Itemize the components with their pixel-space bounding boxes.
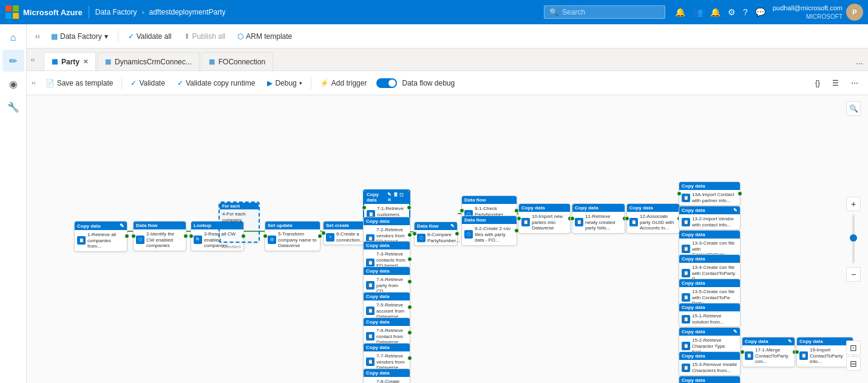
notifications-icon[interactable]: 🔔 [675, 7, 685, 17]
tab-party[interactable]: ▦ Party ✕ [44, 52, 96, 70]
validate-copy-btn[interactable]: ✓ Validate copy runtime [172, 76, 260, 90]
node-n18-text: 9-2-Create 2 csv files with party data -… [475, 226, 514, 243]
node-n29-header: Copy data [679, 352, 740, 360]
node-n19-header: Copy data [519, 204, 570, 212]
fit-selected-btn[interactable]: ⊟ [846, 356, 861, 371]
node-n22[interactable]: Copy data 📋 13A-Import Contact with part… [679, 181, 741, 206]
toolbar-collapse-btn[interactable]: ‹‹ [32, 30, 44, 42]
node-n22-right-connector [737, 191, 742, 196]
feedback-icon[interactable]: 💬 [755, 7, 765, 17]
more-options-btn[interactable]: ⋯ [846, 76, 863, 90]
node-n23[interactable]: Copy data ✎ 📋 13-2-Import Vendor with co… [679, 206, 741, 230]
data-flow-debug-toggle[interactable] [376, 78, 397, 88]
node-n4-header: For each [220, 203, 259, 209]
node-n1-body: 📋 1-Retrieve all companies from... [75, 230, 127, 251]
fit-all-btn[interactable]: ⊡ [846, 341, 861, 355]
node-n14-body: 📋 7-8-Create Mapi vocabulary to help map… [364, 377, 410, 383]
node-n14-text: 7-8-Create Mapi vocabulary to help map p… [376, 379, 407, 383]
tabs-more-btn[interactable]: ⋯ [856, 59, 863, 68]
node-n13-header: Copy data [364, 344, 410, 351]
node-n34-icon: 📋 [745, 351, 753, 360]
tabs-row: ‹‹ ▦ Party ✕ ▦ DynamicsCrmConnec... ▦ FO… [27, 49, 868, 71]
zoom-out-btn[interactable]: − [846, 267, 861, 282]
search-input[interactable] [562, 8, 660, 16]
avatar[interactable]: P [846, 4, 863, 21]
node-n17-header: Data flow [462, 196, 517, 204]
node-n28-icon: 📋 [682, 342, 690, 350]
save-as-template-btn[interactable]: 📄 Save as template [41, 76, 118, 90]
node-n20[interactable]: Copy data 📋 11-Retrieve newly created pa… [572, 203, 625, 234]
debug-btn[interactable]: ▶ Debug ▾ [262, 76, 307, 90]
node-n35[interactable]: Copy data 📋 19-Import ContactToParty int… [796, 337, 853, 367]
canvas-fit-controls: ⊡ ⊟ [846, 341, 861, 371]
svg-rect-1 [13, 5, 19, 12]
node-n25-header: Copy data [679, 255, 740, 263]
arm-template-btn[interactable]: ⬡ ARM template [232, 30, 297, 43]
user-text: pudhall@microsoft.com MICROSOFT [773, 4, 843, 20]
add-trigger-btn[interactable]: ⚡ Add trigger [315, 76, 372, 90]
node-n9-header: Copy data [364, 242, 410, 249]
pipeline-collapse-btn[interactable]: ‹‹ [32, 80, 36, 86]
alert-bell-icon[interactable]: 🔔 [710, 7, 721, 17]
sidebar-item-manage[interactable]: 🔧 [2, 96, 24, 118]
node-n12-header: Copy data [364, 318, 410, 326]
node-n4[interactable]: For each 4-For each company [219, 202, 260, 243]
sidebar-item-edit[interactable]: ✏ [2, 50, 24, 72]
node-n20-icon: 📋 [575, 218, 583, 226]
node-n34[interactable]: Copy data ✎ 📋 17-1-Merge ContactToParty … [742, 337, 795, 367]
node-n29[interactable]: Copy data 📋 15-3-Remove Invalid Characte… [679, 351, 741, 376]
node-n5[interactable]: Set update ⚙ 5-Transform company name to… [265, 221, 320, 251]
zoom-in-btn[interactable]: + [846, 197, 861, 211]
debug-icon: ▶ [267, 79, 273, 87]
tab-party-close[interactable]: ✕ [83, 58, 88, 65]
data-factory-icon: ▦ [51, 32, 58, 41]
publish-all-icon: ⬆ [184, 32, 190, 41]
node-n2[interactable]: Data flow ⬡ 2-Identify the CW enabled co… [133, 221, 186, 251]
tab-dynamics[interactable]: ▦ DynamicsCrmConnec... [97, 52, 200, 70]
save-template-icon: 📄 [46, 79, 55, 87]
search-box[interactable]: 🔍 [544, 5, 665, 19]
node-n27[interactable]: Copy data 📋 15-1-Retrieve solution from.… [679, 303, 741, 327]
tabs-collapse-btn[interactable]: ‹‹ [27, 49, 39, 70]
node-n1-text: 1-Retrieve all companies from... [87, 232, 124, 249]
tab-fo[interactable]: ▦ FOConnection [201, 52, 273, 70]
pipeline-sep-2 [311, 77, 311, 89]
node-n14[interactable]: Copy data 📋 7-8-Create Mapi vocabulary t… [363, 368, 410, 383]
code-icon: {} [815, 79, 820, 87]
node-n21-header: Copy data [627, 204, 679, 212]
data-factory-btn[interactable]: ▦ Data Factory ▾ [46, 30, 113, 43]
node-n1[interactable]: Copy data ✎ 📋 1-Retrieve all companies f… [74, 221, 127, 252]
node-n21-left-connector [625, 216, 629, 221]
help-icon[interactable]: ? [743, 7, 748, 17]
zoom-slider-thumb[interactable] [850, 234, 857, 242]
directory-icon[interactable]: 👥 [693, 7, 703, 17]
toolbar-sep-1 [118, 30, 118, 42]
node-n18[interactable]: Data flow ⬡ 9-2-Create 2 csv files with … [461, 215, 517, 246]
node-n35-left-connector [795, 350, 799, 354]
user-info[interactable]: pudhall@microsoft.com MICROSOFT P [773, 4, 863, 21]
dropdown-chevron-icon: ▾ [104, 32, 108, 41]
node-n14-header: Copy data [364, 369, 410, 377]
main-layout: ⌂ ✏ ◉ 🔧 ‹‹ ▦ Data Factory ▾ ✓ Validate a… [0, 24, 868, 383]
sidebar-item-monitor[interactable]: ◉ [2, 73, 24, 95]
node-n16[interactable]: Data flow ✎ ⬡ 8-Compare PartyNumber... [414, 222, 458, 246]
node-n2-header: Data flow [134, 222, 186, 229]
params-btn[interactable]: ☰ [827, 76, 844, 90]
svg-rect-0 [5, 5, 12, 12]
code-btn[interactable]: {} [810, 76, 825, 90]
node-n26-icon: 📋 [682, 293, 690, 302]
node-n27-body: 📋 15-1-Retrieve solution from... [679, 311, 740, 327]
settings-icon[interactable]: ⚙ [728, 7, 736, 17]
node-n19-icon: 📋 [521, 218, 530, 226]
node-n19[interactable]: Copy data 📋 10-Import new parties into D… [518, 203, 571, 234]
node-n30[interactable]: Copy data 📋 15-5-Post-proc Contact Perso… [679, 376, 741, 383]
node-n9-right-connector [407, 257, 412, 262]
sidebar-item-home[interactable]: ⌂ [2, 27, 24, 49]
canvas-area[interactable]: Copy data ✎ 📋 1-Retrieve all companies f… [27, 95, 868, 383]
validate-all-btn[interactable]: ✓ Validate all [123, 30, 177, 43]
fit-all-icon: ⊡ [850, 343, 857, 353]
validate-btn[interactable]: ✓ Validate [126, 76, 169, 90]
publish-all-btn[interactable]: ⬆ Publish all [179, 30, 231, 43]
node-n21[interactable]: Copy data 📋 12-Associate party GUID with… [626, 203, 680, 234]
canvas-search-btn[interactable]: 🔍 [846, 101, 861, 116]
